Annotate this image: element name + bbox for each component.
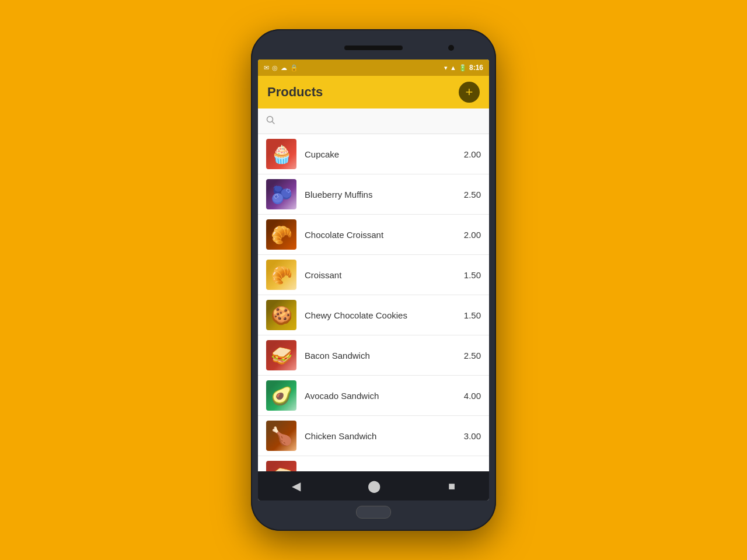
product-image: 🥐: [266, 219, 296, 250]
phone-top-bar: [258, 36, 489, 60]
search-icon: [266, 116, 275, 127]
phone-home-area: [258, 501, 489, 524]
status-bar: ✉ ◎ ☁ 🔒 ▾ ▲ 🔋 8:16: [258, 60, 489, 76]
page-title: Products: [267, 85, 323, 100]
search-bar: [258, 108, 489, 134]
product-emoji: 🍗: [271, 426, 292, 446]
product-name: Croissant: [305, 270, 464, 280]
app-bar: Products +: [258, 76, 489, 108]
product-item[interactable]: 🍗Chicken Sandwich3.00: [258, 416, 489, 456]
product-emoji: 🧁: [271, 144, 292, 164]
home-physical-button[interactable]: [356, 506, 391, 519]
product-price: 4.00: [464, 391, 481, 401]
product-image: 🥐: [266, 260, 296, 290]
wifi-icon: ▾: [444, 64, 448, 72]
product-price: 1.50: [464, 270, 481, 280]
phone-speaker: [344, 46, 403, 50]
phone-camera: [448, 45, 454, 51]
status-time: 8:16: [469, 64, 483, 72]
product-item[interactable]: 🥪Bacon Sandwich2.50: [258, 335, 489, 376]
product-emoji: 🥑: [271, 386, 292, 406]
signal-icon: ▲: [450, 64, 456, 71]
product-name: Chewy Chocolate Cookies: [305, 310, 464, 320]
svg-line-1: [273, 121, 275, 124]
add-product-button[interactable]: +: [459, 82, 480, 103]
product-price: 2.00: [464, 230, 481, 240]
product-name: Bacon Sandwich: [305, 351, 464, 360]
recent-apps-button[interactable]: ■: [444, 475, 460, 498]
product-price: 3.00: [464, 431, 481, 441]
product-name: Chicken Sandwich: [305, 431, 464, 441]
product-emoji: 🥪: [271, 466, 292, 472]
product-price: 1.50: [464, 310, 481, 320]
product-price: 2.50: [464, 190, 481, 200]
status-icons-left: ✉ ◎ ☁ 🔒: [264, 64, 298, 72]
product-name: Chocolate Croissant: [305, 230, 464, 240]
product-emoji: 🥐: [271, 265, 292, 285]
phone-screen: ✉ ◎ ☁ 🔒 ▾ ▲ 🔋 8:16 Products +: [258, 60, 489, 501]
product-item[interactable]: 🥑Avocado Sandwich4.00: [258, 376, 489, 416]
home-button[interactable]: ⬤: [363, 474, 385, 498]
product-name: Cupcake: [305, 149, 464, 159]
cloud-icon: ☁: [281, 64, 287, 72]
product-emoji: 🍪: [271, 305, 292, 326]
product-image: 🍗: [266, 421, 296, 451]
product-item[interactable]: 🍪Chewy Chocolate Cookies1.50: [258, 295, 489, 335]
mail-icon: ✉: [264, 64, 269, 72]
product-emoji: 🫐: [271, 184, 292, 205]
product-emoji: 🥐: [271, 225, 292, 245]
product-name: Avocado Sandwich: [305, 391, 464, 401]
status-icons-right: ▾ ▲ 🔋 8:16: [444, 64, 483, 72]
product-item[interactable]: 🥐Croissant1.50: [258, 255, 489, 295]
add-icon: +: [466, 86, 473, 99]
product-item[interactable]: 🥐Chocolate Croissant2.00: [258, 215, 489, 255]
product-emoji: 🥪: [271, 345, 292, 366]
bottom-nav-bar: ◀ ⬤ ■: [258, 471, 489, 501]
lock-icon: 🔒: [290, 64, 298, 72]
product-image: 🥑: [266, 380, 296, 411]
product-item[interactable]: 🥪Club Sandwich3.50: [258, 456, 489, 471]
product-image: 🧁: [266, 139, 296, 169]
phone-device: ✉ ◎ ☁ 🔒 ▾ ▲ 🔋 8:16 Products +: [251, 29, 496, 531]
product-image: 🥪: [266, 340, 296, 370]
product-item[interactable]: 🧁Cupcake2.00: [258, 134, 489, 174]
product-price: 2.50: [464, 351, 481, 360]
product-name: Blueberry Muffins: [305, 190, 464, 200]
product-price: 2.00: [464, 149, 481, 159]
product-list: 🧁Cupcake2.00🫐Blueberry Muffins2.50🥐Choco…: [258, 134, 489, 471]
product-image: 🫐: [266, 179, 296, 209]
back-button[interactable]: ◀: [287, 474, 305, 498]
location-icon: ◎: [272, 64, 278, 72]
product-image: 🍪: [266, 300, 296, 330]
search-input[interactable]: [280, 116, 481, 126]
product-item[interactable]: 🫐Blueberry Muffins2.50: [258, 174, 489, 215]
battery-icon: 🔋: [459, 64, 467, 72]
product-image: 🥪: [266, 461, 296, 471]
